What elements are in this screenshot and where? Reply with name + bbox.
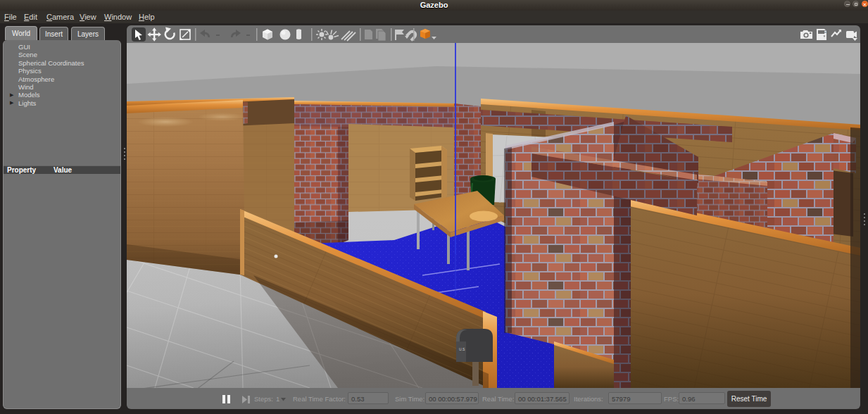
svg-text:LOG: LOG (819, 30, 826, 34)
svg-text:U.S: U.S (459, 347, 465, 351)
